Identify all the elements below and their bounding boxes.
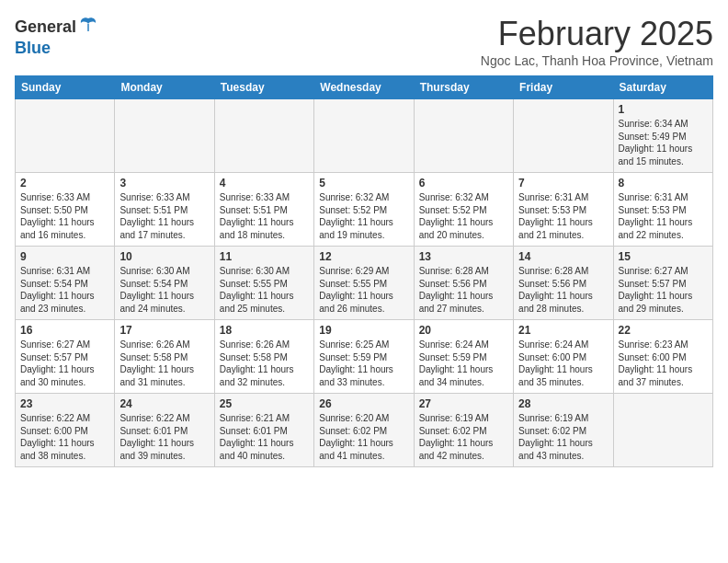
day-number: 11 [220, 250, 309, 263]
calendar-day-cell [613, 394, 712, 467]
calendar-day-cell: 20Sunrise: 6:24 AM Sunset: 5:59 PM Dayli… [414, 320, 513, 394]
calendar-day-cell: 3Sunrise: 6:33 AM Sunset: 5:51 PM Daylig… [115, 173, 214, 247]
logo-blue: Blue [15, 39, 51, 58]
calendar-day-cell: 4Sunrise: 6:33 AM Sunset: 5:51 PM Daylig… [214, 173, 313, 247]
calendar-day-cell: 23Sunrise: 6:22 AM Sunset: 6:00 PM Dayli… [16, 394, 115, 467]
day-number: 28 [518, 397, 608, 410]
weekday-header-cell: Saturday [613, 76, 712, 99]
day-info: Sunrise: 6:30 AM Sunset: 5:55 PM Dayligh… [220, 265, 309, 315]
day-info: Sunrise: 6:25 AM Sunset: 5:59 PM Dayligh… [319, 339, 408, 388]
calendar-week-row: 1Sunrise: 6:34 AM Sunset: 5:49 PM Daylig… [16, 99, 713, 173]
day-number: 13 [419, 250, 508, 263]
day-info: Sunrise: 6:33 AM Sunset: 5:51 PM Dayligh… [220, 191, 309, 241]
calendar-day-cell: 7Sunrise: 6:31 AM Sunset: 5:53 PM Daylig… [514, 173, 613, 247]
day-info: Sunrise: 6:26 AM Sunset: 5:58 PM Dayligh… [119, 339, 209, 388]
logo: General Blue [15, 15, 98, 58]
calendar-day-cell: 19Sunrise: 6:25 AM Sunset: 5:59 PM Dayli… [314, 320, 414, 394]
calendar-day-cell: 10Sunrise: 6:30 AM Sunset: 5:54 PM Dayli… [115, 247, 214, 320]
weekday-header-cell: Friday [514, 76, 613, 99]
day-number: 7 [518, 177, 608, 190]
day-info: Sunrise: 6:22 AM Sunset: 6:01 PM Dayligh… [119, 412, 209, 462]
day-number: 4 [220, 177, 309, 190]
day-info: Sunrise: 6:24 AM Sunset: 5:59 PM Dayligh… [419, 339, 508, 388]
day-number: 20 [419, 324, 508, 337]
day-number: 24 [119, 397, 209, 410]
day-info: Sunrise: 6:28 AM Sunset: 5:56 PM Dayligh… [419, 265, 508, 315]
weekday-header-cell: Monday [115, 76, 214, 99]
calendar-day-cell: 18Sunrise: 6:26 AM Sunset: 5:58 PM Dayli… [214, 320, 313, 394]
day-info: Sunrise: 6:26 AM Sunset: 5:58 PM Dayligh… [220, 339, 309, 388]
calendar-day-cell: 11Sunrise: 6:30 AM Sunset: 5:55 PM Dayli… [214, 247, 313, 320]
day-number: 2 [20, 177, 109, 190]
day-number: 15 [619, 250, 708, 263]
day-info: Sunrise: 6:19 AM Sunset: 6:02 PM Dayligh… [419, 412, 508, 462]
calendar-week-row: 9Sunrise: 6:31 AM Sunset: 5:54 PM Daylig… [16, 247, 713, 320]
day-number: 9 [20, 250, 109, 263]
calendar-day-cell: 2Sunrise: 6:33 AM Sunset: 5:50 PM Daylig… [16, 173, 115, 247]
day-info: Sunrise: 6:31 AM Sunset: 5:53 PM Dayligh… [619, 191, 708, 241]
calendar-week-row: 16Sunrise: 6:27 AM Sunset: 5:57 PM Dayli… [16, 320, 713, 394]
day-info: Sunrise: 6:23 AM Sunset: 6:00 PM Dayligh… [619, 339, 708, 388]
title-block: February 2025 Ngoc Lac, Thanh Hoa Provin… [481, 15, 713, 68]
calendar-day-cell [414, 99, 513, 173]
calendar-day-cell [115, 99, 214, 173]
day-info: Sunrise: 6:32 AM Sunset: 5:52 PM Dayligh… [319, 191, 408, 241]
day-info: Sunrise: 6:34 AM Sunset: 5:49 PM Dayligh… [619, 118, 708, 167]
day-info: Sunrise: 6:30 AM Sunset: 5:54 PM Dayligh… [119, 265, 209, 315]
day-number: 22 [619, 324, 708, 337]
calendar-day-cell [16, 99, 115, 173]
calendar-day-cell: 22Sunrise: 6:23 AM Sunset: 6:00 PM Dayli… [613, 320, 712, 394]
day-info: Sunrise: 6:20 AM Sunset: 6:02 PM Dayligh… [319, 412, 408, 462]
day-number: 23 [20, 397, 109, 410]
day-info: Sunrise: 6:24 AM Sunset: 6:00 PM Dayligh… [518, 339, 608, 388]
calendar-day-cell: 25Sunrise: 6:21 AM Sunset: 6:01 PM Dayli… [214, 394, 313, 467]
day-info: Sunrise: 6:33 AM Sunset: 5:51 PM Dayligh… [119, 191, 209, 241]
day-info: Sunrise: 6:31 AM Sunset: 5:54 PM Dayligh… [20, 265, 109, 315]
day-number: 12 [319, 250, 408, 263]
calendar-day-cell: 26Sunrise: 6:20 AM Sunset: 6:02 PM Dayli… [314, 394, 414, 467]
month-year: February 2025 [481, 15, 713, 53]
calendar-day-cell: 15Sunrise: 6:27 AM Sunset: 5:57 PM Dayli… [613, 247, 712, 320]
day-number: 25 [220, 397, 309, 410]
day-number: 17 [119, 324, 209, 337]
day-number: 14 [518, 250, 608, 263]
day-number: 3 [119, 177, 209, 190]
calendar-day-cell: 13Sunrise: 6:28 AM Sunset: 5:56 PM Dayli… [414, 247, 513, 320]
day-info: Sunrise: 6:31 AM Sunset: 5:53 PM Dayligh… [518, 191, 608, 241]
weekday-header-cell: Sunday [16, 76, 115, 99]
calendar-day-cell: 24Sunrise: 6:22 AM Sunset: 6:01 PM Dayli… [115, 394, 214, 467]
day-info: Sunrise: 6:28 AM Sunset: 5:56 PM Dayligh… [518, 265, 608, 315]
calendar-day-cell: 12Sunrise: 6:29 AM Sunset: 5:55 PM Dayli… [314, 247, 414, 320]
day-info: Sunrise: 6:29 AM Sunset: 5:55 PM Dayligh… [319, 265, 408, 315]
calendar-day-cell: 16Sunrise: 6:27 AM Sunset: 5:57 PM Dayli… [16, 320, 115, 394]
calendar-day-cell: 21Sunrise: 6:24 AM Sunset: 6:00 PM Dayli… [514, 320, 613, 394]
weekday-header-row: SundayMondayTuesdayWednesdayThursdayFrid… [16, 76, 713, 99]
calendar-day-cell: 28Sunrise: 6:19 AM Sunset: 6:02 PM Dayli… [514, 394, 613, 467]
day-info: Sunrise: 6:19 AM Sunset: 6:02 PM Dayligh… [518, 412, 608, 462]
day-number: 8 [619, 177, 708, 190]
calendar-day-cell [514, 99, 613, 173]
day-info: Sunrise: 6:27 AM Sunset: 5:57 PM Dayligh… [619, 265, 708, 315]
day-number: 16 [20, 324, 109, 337]
calendar-day-cell: 14Sunrise: 6:28 AM Sunset: 5:56 PM Dayli… [514, 247, 613, 320]
page-header: General Blue February 2025 Ngoc Lac, Tha… [15, 15, 713, 68]
day-number: 26 [319, 397, 408, 410]
location: Ngoc Lac, Thanh Hoa Province, Vietnam [481, 53, 713, 68]
calendar-day-cell: 8Sunrise: 6:31 AM Sunset: 5:53 PM Daylig… [613, 173, 712, 247]
day-info: Sunrise: 6:33 AM Sunset: 5:50 PM Dayligh… [20, 191, 109, 241]
calendar-table: SundayMondayTuesdayWednesdayThursdayFrid… [15, 75, 713, 467]
day-number: 19 [319, 324, 408, 337]
day-info: Sunrise: 6:21 AM Sunset: 6:01 PM Dayligh… [220, 412, 309, 462]
calendar-week-row: 2Sunrise: 6:33 AM Sunset: 5:50 PM Daylig… [16, 173, 713, 247]
logo-general: General [15, 17, 76, 37]
day-info: Sunrise: 6:22 AM Sunset: 6:00 PM Dayligh… [20, 412, 109, 462]
calendar-day-cell: 27Sunrise: 6:19 AM Sunset: 6:02 PM Dayli… [414, 394, 513, 467]
calendar-day-cell: 1Sunrise: 6:34 AM Sunset: 5:49 PM Daylig… [613, 99, 712, 173]
day-info: Sunrise: 6:27 AM Sunset: 5:57 PM Dayligh… [20, 339, 109, 388]
day-info: Sunrise: 6:32 AM Sunset: 5:52 PM Dayligh… [419, 191, 508, 241]
day-number: 1 [619, 103, 708, 116]
calendar-day-cell: 9Sunrise: 6:31 AM Sunset: 5:54 PM Daylig… [16, 247, 115, 320]
weekday-header-cell: Thursday [414, 76, 513, 99]
calendar-day-cell: 17Sunrise: 6:26 AM Sunset: 5:58 PM Dayli… [115, 320, 214, 394]
calendar-day-cell: 6Sunrise: 6:32 AM Sunset: 5:52 PM Daylig… [414, 173, 513, 247]
